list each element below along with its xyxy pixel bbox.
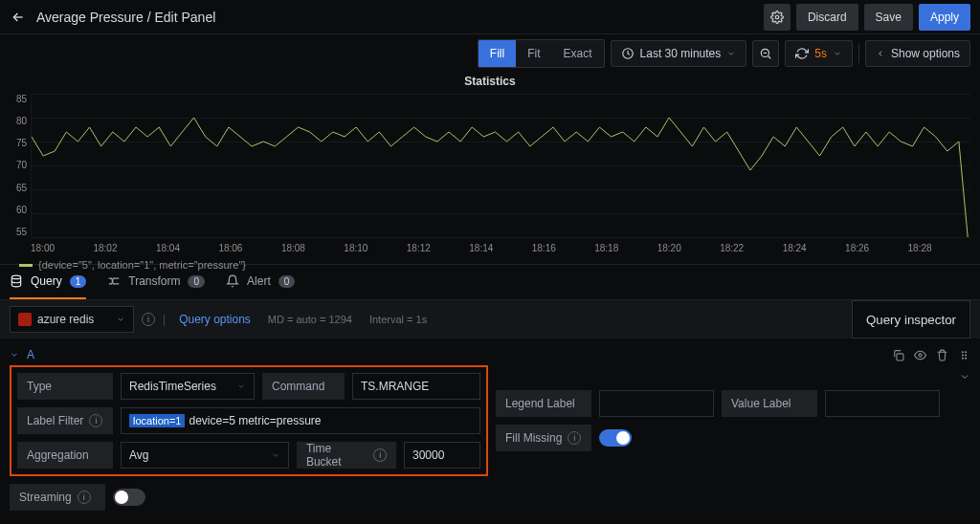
toggle-query-icon[interactable]: [914, 349, 926, 361]
highlighted-form-region: Type RedisTimeSeries Command TS.MRANGE L…: [10, 365, 488, 476]
chevron-down-icon[interactable]: [10, 350, 19, 360]
query-options-toggle[interactable]: Query options: [179, 313, 251, 326]
timebucket-input[interactable]: [404, 442, 480, 469]
discard-button[interactable]: Discard: [796, 4, 858, 31]
chart-panel: Statistics 85807570656055 18:0018:0218:0…: [0, 73, 980, 264]
chart-plot[interactable]: [31, 94, 970, 237]
query-ref-id[interactable]: A: [27, 348, 34, 361]
fillmissing-label: Fill Missing i: [496, 425, 591, 451]
command-select[interactable]: TS.MRANGE: [352, 373, 480, 400]
drag-query-icon[interactable]: [958, 349, 970, 361]
svg-point-6: [962, 351, 963, 352]
apply-button[interactable]: Apply: [919, 4, 970, 31]
divider: [858, 44, 859, 63]
labelfilter-input[interactable]: location=1 device=5 metric=pressure: [121, 407, 480, 434]
svg-rect-4: [897, 353, 903, 360]
svg-point-7: [966, 351, 967, 352]
page-title: Average Pressure / Edit Panel: [36, 10, 758, 25]
legendlabel-input[interactable]: [599, 390, 714, 417]
duplicate-query-icon[interactable]: [892, 349, 904, 361]
show-options-button[interactable]: Show options: [865, 40, 970, 67]
fillmissing-toggle[interactable]: [599, 429, 632, 447]
settings-button[interactable]: [764, 4, 791, 31]
chevron-down-icon: [271, 450, 280, 460]
timerange-label: Last 30 minutes: [640, 47, 722, 60]
svg-point-9: [966, 354, 967, 355]
chevron-down-icon: [236, 382, 246, 391]
aggregation-label: Aggregation: [17, 442, 113, 469]
streaming-toggle[interactable]: [113, 489, 145, 506]
clock-icon: [621, 47, 635, 60]
info-icon[interactable]: i: [89, 414, 102, 427]
query-md-meta: MD = auto = 1294: [268, 314, 352, 325]
timebucket-label: Time Bucket i: [297, 442, 396, 469]
info-icon[interactable]: i: [373, 448, 387, 462]
svg-point-5: [919, 353, 922, 356]
info-icon[interactable]: i: [78, 491, 91, 504]
chevron-down-icon: [833, 49, 842, 58]
command-label: Command: [262, 373, 345, 400]
valuelabel-input[interactable]: [825, 390, 940, 417]
refresh-interval-label: 5s: [814, 47, 827, 60]
refresh-picker[interactable]: 5s: [785, 40, 853, 67]
chevron-down-icon: [116, 315, 125, 324]
datasource-select[interactable]: azure redis: [10, 306, 134, 333]
delete-query-icon[interactable]: [936, 349, 948, 361]
type-label: Type: [17, 373, 113, 400]
svg-point-0: [775, 15, 779, 19]
save-button[interactable]: Save: [864, 4, 913, 31]
chevron-left-icon: [876, 49, 885, 58]
info-icon[interactable]: i: [142, 313, 155, 326]
chevron-down-icon: [726, 49, 736, 58]
datasource-name: azure redis: [37, 313, 94, 326]
svg-point-8: [962, 354, 963, 355]
aggregation-select[interactable]: Avg: [121, 442, 289, 469]
chart-legend: {device="5", location="1", metric="press…: [19, 253, 970, 278]
chart-y-axis: 85807570656055: [10, 94, 31, 237]
zoom-out-icon: [759, 47, 772, 60]
fill-button[interactable]: Fill: [479, 40, 516, 67]
svg-point-10: [962, 358, 963, 359]
chart-title: Statistics: [10, 73, 970, 94]
query-inspector-button[interactable]: Query inspector: [852, 300, 970, 338]
legend-label: {device="5", location="1", metric="press…: [38, 259, 246, 271]
svg-point-11: [966, 358, 967, 359]
legend-chip: [19, 264, 33, 267]
display-mode-segment: Fill Fit Exact: [478, 39, 605, 68]
labelfilter-label: Label Filter i: [17, 407, 113, 434]
show-options-label: Show options: [891, 47, 960, 60]
timerange-picker[interactable]: Last 30 minutes: [611, 40, 747, 67]
valuelabel-label: Value Label: [722, 390, 817, 417]
refresh-icon: [795, 47, 809, 60]
back-icon[interactable]: [10, 9, 27, 26]
type-select[interactable]: RedisTimeSeries: [121, 373, 255, 400]
chart-x-axis: 18:0018:0218:0418:0618:0818:1018:1218:14…: [31, 237, 970, 253]
labelfilter-token: location=1: [129, 414, 185, 427]
exact-button[interactable]: Exact: [552, 40, 604, 67]
fit-button[interactable]: Fit: [516, 40, 551, 67]
query-interval-meta: Interval = 1s: [369, 314, 427, 325]
streaming-label: Streaming i: [10, 484, 105, 511]
redis-icon: [18, 313, 32, 326]
chevron-down-icon[interactable]: [959, 371, 970, 382]
zoom-out-button[interactable]: [752, 40, 779, 67]
legendlabel-label: Legend Label: [496, 390, 591, 417]
info-icon[interactable]: i: [568, 431, 581, 445]
